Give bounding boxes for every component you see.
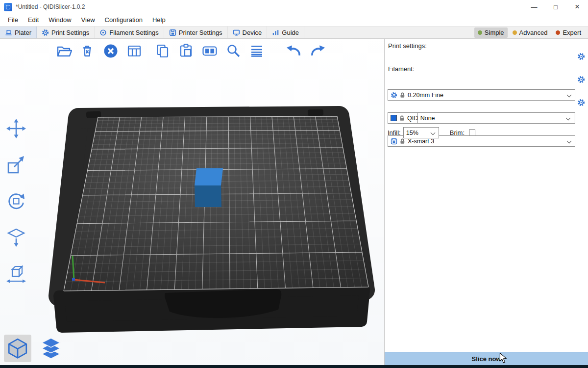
search-icon[interactable] <box>224 42 242 60</box>
main-area: Print settings: 0.20mm Fine Filament: QI… <box>0 39 588 365</box>
infill-value: 15% <box>406 130 418 136</box>
editor-3d-view-icon[interactable] <box>4 335 31 362</box>
tab-label: Plater <box>15 29 31 36</box>
lock-icon <box>399 115 405 121</box>
mouse-cursor-icon <box>499 353 507 364</box>
printer-value: X-smart 3 <box>408 138 434 145</box>
print-settings-label: Print settings: <box>388 42 585 50</box>
menu-window[interactable]: Window <box>44 14 76 26</box>
mode-label: Expert <box>563 29 581 36</box>
place-on-face-tool-icon[interactable] <box>5 226 27 249</box>
tab-bar: Plater Print Settings Filament Settings … <box>0 26 588 39</box>
scale-tool-icon[interactable] <box>5 154 27 176</box>
printer-gear-button[interactable] <box>577 99 585 106</box>
menu-file[interactable]: File <box>3 14 23 26</box>
menu-edit[interactable]: Edit <box>23 14 44 26</box>
tab-label: Guide <box>282 29 299 36</box>
window-title: *Untitled - QIDISlicer-1.0.2 <box>16 3 85 10</box>
bottom-status-strip <box>0 365 588 368</box>
tab-print-settings[interactable]: Print Settings <box>37 26 95 38</box>
menu-configuration[interactable]: Configuration <box>100 14 147 26</box>
gizmo-toolbar <box>5 117 27 285</box>
3d-viewport[interactable] <box>0 39 384 365</box>
move-tool-icon[interactable] <box>5 117 27 140</box>
tab-label: Filament Settings <box>109 29 158 36</box>
title-bar: *Untitled - QIDISlicer-1.0.2 — □ × <box>0 0 588 14</box>
tab-guide[interactable]: Guide <box>267 26 304 38</box>
supports-row: Supports: None <box>388 112 585 124</box>
mode-advanced[interactable]: Advanced <box>509 27 551 38</box>
supports-value: None <box>420 115 435 122</box>
tab-filament-settings[interactable]: Filament Settings <box>95 26 164 38</box>
device-icon <box>233 29 240 36</box>
preview-layers-icon[interactable] <box>37 335 65 362</box>
tab-label: Printer Settings <box>179 29 222 36</box>
layer-height-icon[interactable] <box>248 42 266 60</box>
expert-mode-dot-icon <box>556 30 560 35</box>
plater-icon <box>5 29 12 36</box>
simple-mode-dot-icon <box>478 30 482 35</box>
tab-label: Device <box>243 29 262 36</box>
print-settings-gear-button[interactable] <box>577 53 585 60</box>
mode-expert[interactable]: Expert <box>552 27 585 38</box>
guide-icon <box>272 29 279 36</box>
rotate-tool-icon[interactable] <box>5 190 27 212</box>
app-window: *Untitled - QIDISlicer-1.0.2 — □ × File … <box>0 0 588 368</box>
mode-label: Advanced <box>519 29 548 36</box>
filament-gear-button[interactable] <box>577 76 585 83</box>
supports-combo[interactable]: None <box>417 112 574 124</box>
gear-icon <box>577 76 585 83</box>
tab-printer-settings[interactable]: Printer Settings <box>164 26 228 38</box>
window-controls: — □ × <box>523 0 588 14</box>
menu-help[interactable]: Help <box>147 14 171 26</box>
filament-icon <box>99 29 107 36</box>
chevron-down-icon <box>567 139 572 144</box>
paste-icon[interactable] <box>177 42 195 60</box>
tab-plater[interactable]: Plater <box>0 26 37 38</box>
lock-icon <box>400 92 405 98</box>
print-bed-scene <box>0 39 384 365</box>
cut-tool-icon[interactable] <box>5 263 27 285</box>
open-folder-icon[interactable] <box>55 42 73 60</box>
app-logo-icon <box>4 3 12 11</box>
arrange-icon[interactable] <box>125 42 143 60</box>
filament-color-swatch <box>391 115 397 121</box>
gear-icon <box>42 29 49 36</box>
chevron-down-icon <box>567 93 572 98</box>
filament-row: QIDI PLA Rapido <box>388 74 585 85</box>
gear-icon <box>577 53 585 60</box>
delete-all-icon[interactable] <box>102 42 120 60</box>
print-settings-value: 0.20mm Fine <box>408 92 443 99</box>
model-cube[interactable] <box>195 168 223 207</box>
gear-icon <box>391 92 397 99</box>
chevron-down-icon <box>566 116 571 121</box>
print-settings-combo[interactable]: 0.20mm Fine <box>388 89 575 101</box>
viewport-toolbar <box>55 42 326 60</box>
infill-combo[interactable]: 15% <box>403 127 439 138</box>
menu-view[interactable]: View <box>76 14 100 26</box>
close-button[interactable]: × <box>566 0 588 14</box>
slice-now-button[interactable]: Slice now <box>385 352 588 365</box>
undo-icon[interactable] <box>285 42 303 60</box>
mode-simple[interactable]: Simple <box>474 27 508 38</box>
tab-label: Print Settings <box>51 29 89 36</box>
print-settings-row: 0.20mm Fine <box>388 51 585 62</box>
redo-icon[interactable] <box>309 42 326 60</box>
split-instances-icon[interactable] <box>201 42 219 60</box>
print-bed <box>59 109 368 327</box>
printer-icon <box>391 138 397 145</box>
chevron-down-icon <box>430 131 435 135</box>
minimize-button[interactable]: — <box>523 0 545 14</box>
advanced-mode-dot-icon <box>513 30 517 35</box>
filament-label: Filament: <box>388 65 585 73</box>
gear-icon <box>577 99 585 106</box>
settings-panel: Print settings: 0.20mm Fine Filament: QI… <box>384 39 588 365</box>
mode-label: Simple <box>485 29 504 36</box>
menu-bar: File Edit Window View Configuration Help <box>0 14 588 26</box>
maximize-button[interactable]: □ <box>545 0 566 14</box>
tab-device[interactable]: Device <box>228 26 268 38</box>
mode-switcher: Simple Advanced Expert <box>474 26 588 38</box>
copy-icon[interactable] <box>154 42 172 60</box>
view-toggle <box>4 335 65 362</box>
delete-icon[interactable] <box>78 42 96 60</box>
